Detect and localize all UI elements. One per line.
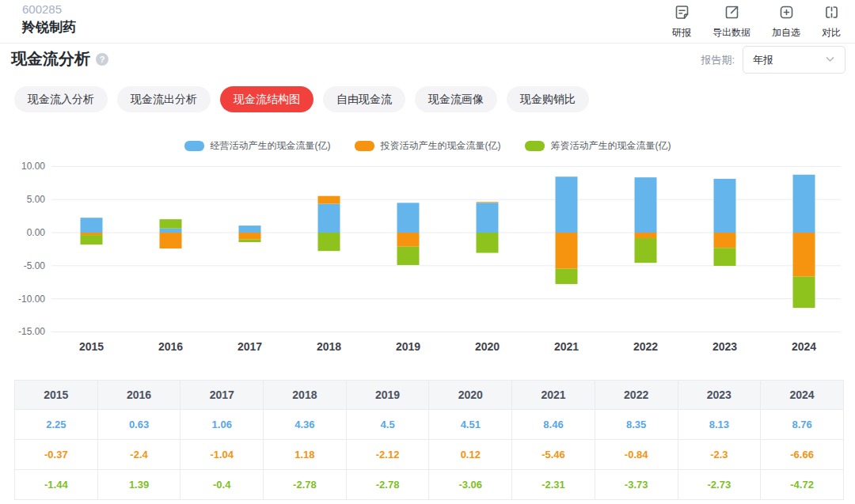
cashflow-stacked-bar-chart: 10.005.000.00-5.00-10.00-15.002015201620… — [0, 153, 855, 366]
report-period-select[interactable]: 年报 — [743, 46, 846, 74]
tab-free-cashflow[interactable]: 自由现金流 — [323, 86, 405, 112]
page-title-text: 现金流分析 — [11, 48, 90, 70]
year-header: 2020 — [429, 381, 512, 410]
compare-button[interactable]: 对比 — [822, 4, 841, 40]
table-cell: -2.78 — [346, 470, 429, 500]
bar-segment[interactable] — [397, 203, 420, 233]
x-axis-label: 2021 — [554, 340, 579, 353]
bar-segment[interactable] — [318, 196, 340, 204]
action-label: 导出数据 — [712, 26, 750, 40]
year-header: 2019 — [346, 381, 429, 410]
bar-segment[interactable] — [714, 233, 736, 248]
compare-icon — [823, 4, 840, 24]
year-header: 2023 — [678, 381, 761, 410]
bar-segment[interactable] — [477, 233, 499, 253]
bar-segment[interactable] — [556, 269, 578, 284]
bar-segment[interactable] — [239, 225, 261, 233]
bar-segment[interactable] — [160, 233, 182, 248]
tab-cash-inflow[interactable]: 现金流入分析 — [14, 86, 108, 112]
bar-segment[interactable] — [81, 233, 103, 235]
table-cell: -1.44 — [15, 470, 98, 500]
help-icon[interactable]: ? — [96, 53, 108, 66]
bar-segment[interactable] — [793, 277, 815, 308]
action-label: 研报 — [672, 26, 691, 40]
bar-segment[interactable] — [635, 238, 657, 263]
bar-segment[interactable] — [239, 233, 261, 240]
bar-segment[interactable] — [556, 176, 578, 233]
legend-swatch-investing — [355, 141, 374, 151]
tab-cash-purchase-sale-ratio[interactable]: 现金购销比 — [507, 86, 589, 112]
year-header: 2021 — [512, 381, 595, 410]
bar-segment[interactable] — [239, 240, 261, 242]
year-header: 2024 — [761, 381, 844, 410]
bar-segment[interactable] — [635, 233, 657, 238]
page-title: 现金流分析 ? — [11, 48, 108, 70]
bar-segment[interactable] — [714, 248, 736, 266]
bar-segment[interactable] — [793, 175, 815, 233]
legend-swatch-operating — [184, 141, 204, 151]
y-axis-tick: -5.00 — [24, 260, 46, 271]
table-cell: 1.18 — [264, 440, 347, 470]
x-axis-label: 2018 — [317, 340, 341, 353]
export-icon — [724, 4, 740, 24]
legend-item-financing[interactable]: 筹资活动产生的现金流量(亿) — [525, 139, 671, 153]
x-axis-label: 2017 — [238, 340, 262, 353]
add-watchlist-button[interactable]: 加自选 — [772, 4, 800, 40]
x-axis-label: 2020 — [475, 340, 500, 353]
table-cell: 8.46 — [512, 410, 595, 440]
bar-segment[interactable] — [81, 218, 103, 233]
tab-cash-outflow[interactable]: 现金流出分析 — [117, 86, 211, 112]
x-axis-label: 2015 — [79, 340, 104, 353]
bar-segment[interactable] — [793, 233, 815, 277]
table-cell: -1.04 — [180, 440, 264, 470]
bar-segment[interactable] — [477, 202, 499, 203]
legend-label: 投资活动产生的现金流量(亿) — [381, 139, 501, 153]
research-report-button[interactable]: 研报 — [672, 4, 691, 40]
tab-cashflow-profile[interactable]: 现金流画像 — [415, 86, 497, 112]
bar-segment[interactable] — [318, 204, 340, 233]
table-cell: -2.73 — [678, 470, 761, 500]
y-axis-tick: 10.00 — [21, 161, 45, 172]
table-cell: 2.25 — [15, 410, 98, 440]
bar-segment[interactable] — [81, 235, 103, 244]
bar-segment[interactable] — [397, 247, 420, 265]
report-period-control: 报告期: 年报 — [701, 46, 846, 74]
stock-name: 羚锐制药 — [22, 18, 76, 36]
bar-segment[interactable] — [160, 229, 182, 233]
table-cell: 8.76 — [761, 410, 844, 440]
table-cell: -6.66 — [761, 440, 844, 470]
table-cell: -2.78 — [264, 470, 347, 500]
bar-segment[interactable] — [635, 177, 657, 233]
table-cell: 0.63 — [97, 410, 180, 440]
table-cell: -2.12 — [346, 440, 429, 470]
export-data-button[interactable]: 导出数据 — [712, 4, 750, 40]
table-cell: 4.36 — [264, 410, 347, 440]
bar-segment[interactable] — [318, 233, 340, 251]
table-cell: -2.3 — [678, 440, 761, 470]
table-cell: 4.5 — [346, 410, 429, 440]
add-watchlist-icon — [778, 4, 795, 24]
report-period-label: 报告期: — [701, 53, 735, 67]
action-label: 加自选 — [772, 26, 800, 40]
legend-item-operating[interactable]: 经营活动产生的现金流量(亿) — [184, 139, 331, 153]
bar-segment[interactable] — [397, 233, 420, 247]
y-axis-tick: -15.00 — [18, 326, 45, 337]
table-row: 2.250.631.064.364.54.518.468.358.138.76 — [15, 410, 844, 440]
year-header: 2015 — [15, 381, 98, 410]
y-axis-tick: 5.00 — [27, 194, 46, 205]
table-cell: 0.12 — [429, 440, 512, 470]
legend-item-investing[interactable]: 投资活动产生的现金流量(亿) — [355, 139, 501, 153]
tab-cashflow-structure[interactable]: 现金流结构图 — [220, 86, 314, 112]
bar-segment[interactable] — [556, 233, 578, 269]
stock-code: 600285 — [22, 2, 62, 16]
table-row: -0.37-2.4-1.041.18-2.120.12-5.46-0.84-2.… — [15, 440, 844, 470]
table-cell: -2.31 — [512, 470, 595, 500]
bar-segment[interactable] — [160, 219, 182, 229]
legend-label: 筹资活动产生的现金流量(亿) — [551, 139, 671, 153]
bar-segment[interactable] — [477, 203, 499, 233]
year-header: 2022 — [595, 381, 678, 410]
bar-segment[interactable] — [714, 179, 736, 233]
table-cell: -3.06 — [429, 470, 512, 500]
legend-swatch-financing — [525, 141, 545, 151]
chevron-down-icon — [825, 54, 835, 66]
